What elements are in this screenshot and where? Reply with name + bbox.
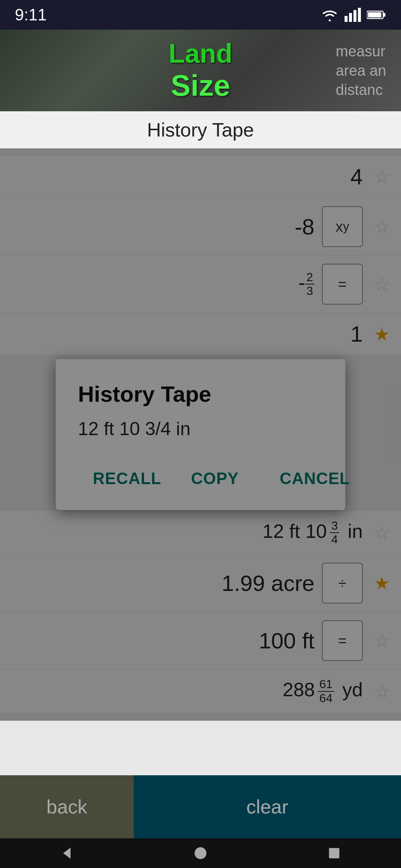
dialog-backdrop: History Tape 12 ft 10 3/4 in RECALL COPY… (0, 148, 401, 721)
content-area: 4 ☆ -8 xy ☆ -23 = ☆ 1 ★ Histo (0, 148, 401, 816)
nav-recent-icon (327, 846, 342, 861)
title-bar: History Tape (0, 111, 401, 148)
signal-icon (345, 8, 361, 22)
nav-bar (0, 838, 401, 868)
svg-marker-7 (63, 848, 71, 859)
status-bar: 9:11 (0, 0, 401, 30)
nav-back-icon (59, 846, 74, 861)
app-banner: Land Size measur area an distanc (0, 30, 401, 111)
back-button[interactable]: back (0, 775, 134, 838)
svg-point-8 (195, 847, 206, 859)
nav-home-button[interactable] (186, 838, 215, 868)
nav-back-button[interactable] (52, 838, 82, 868)
status-time: 9:11 (15, 6, 47, 24)
status-icons (321, 8, 386, 22)
svg-rect-6 (368, 12, 381, 17)
overlay-dim (0, 148, 401, 721)
history-list: 4 ☆ -8 xy ☆ -23 = ☆ 1 ★ Histo (0, 148, 401, 721)
nav-home-icon (193, 846, 208, 861)
banner-text: Land Size (169, 38, 232, 103)
banner-size: Size (169, 69, 232, 103)
svg-rect-0 (345, 16, 348, 22)
wifi-icon (321, 8, 339, 22)
clear-button[interactable]: clear (134, 775, 401, 838)
banner-subtitle: measur area an distanc (336, 42, 386, 99)
svg-rect-9 (329, 848, 339, 858)
svg-rect-5 (383, 13, 385, 17)
page-title: History Tape (147, 119, 254, 141)
banner-land: Land (169, 38, 232, 69)
svg-rect-3 (358, 8, 361, 22)
nav-recent-button[interactable] (319, 838, 349, 868)
svg-rect-1 (349, 13, 352, 22)
battery-icon (367, 10, 386, 20)
svg-rect-2 (353, 10, 356, 22)
bottom-bar: back clear (0, 775, 401, 838)
